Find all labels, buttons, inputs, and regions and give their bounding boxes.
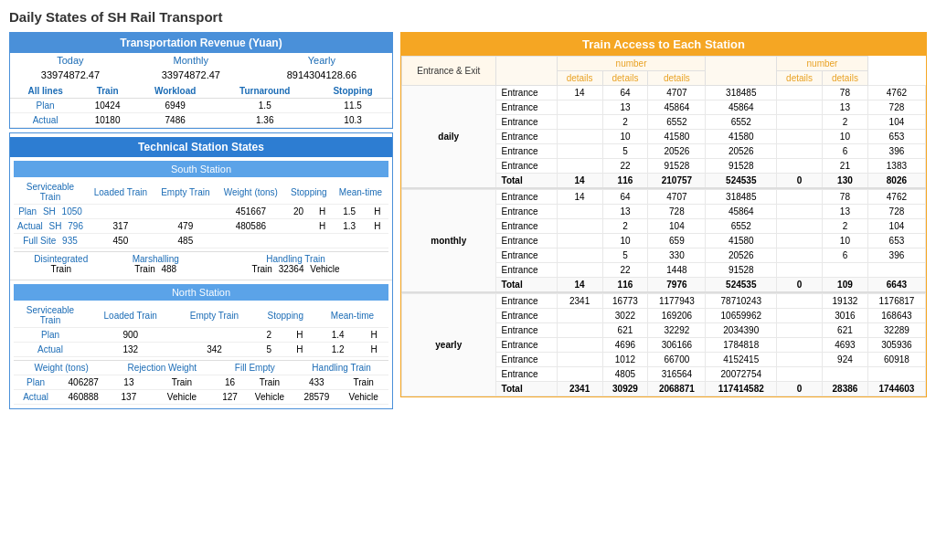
table-cell: 41580 (648, 130, 706, 144)
entrance-exit-type: Entrance (495, 294, 557, 309)
col-workload: Workload (134, 84, 216, 99)
north-actual-label: Actual (14, 343, 87, 357)
table-cell: 2 (602, 115, 648, 130)
table-cell: 169206 (648, 309, 706, 323)
north-actual-loaded: 132 (87, 343, 175, 357)
col-stopping: Stopping (314, 84, 392, 99)
actual-stopping: 10.3 (314, 113, 392, 128)
table-cell: 10659962 (706, 309, 777, 323)
table-cell (557, 159, 602, 174)
table-cell: 3022 (602, 309, 648, 323)
monthly-label: Monthly (131, 53, 251, 68)
table-cell: 318485 (706, 190, 777, 205)
north-station-section: North Station Serviceable Train Loaded T… (10, 280, 392, 408)
table-row: Plan SH 1050 451667 20 H 1.5 H (14, 205, 388, 219)
weight-actual-handling: 28579 (294, 390, 338, 405)
entrance-exit-type: Total (495, 382, 557, 396)
table-cell: 30929 (602, 382, 648, 396)
entrance-exit-type: Entrance (495, 309, 557, 323)
plan-stopping: 11.5 (314, 99, 392, 113)
table-cell (867, 263, 925, 278)
actual-turnaround: 1.36 (216, 113, 314, 128)
weight-plan-r-unit: Train (149, 375, 216, 390)
table-cell (867, 367, 925, 382)
table-cell (557, 263, 602, 278)
table-cell (777, 323, 823, 338)
table-cell: 4707 (648, 86, 706, 100)
marshalling-type: Train 488 (111, 264, 202, 274)
table-cell: 91528 (648, 159, 706, 174)
table-cell: 13 (602, 205, 648, 219)
table-cell: 6 (823, 144, 868, 159)
table-cell (557, 309, 602, 323)
north-actual-unit1: H (283, 343, 316, 357)
table-cell (777, 86, 823, 100)
table-cell (777, 159, 823, 174)
col-train: Train (80, 84, 134, 99)
table-cell: 659 (648, 234, 706, 248)
entrance-exit-type: Entrance (495, 234, 557, 248)
train-access-table: Entrance & Exit number number details de… (401, 56, 926, 396)
south-actual-meantime: 1.3 (333, 219, 367, 234)
table-cell: 6552 (706, 115, 777, 130)
table-row: Plan 406287 13 Train 16 Train 433 Train (14, 375, 388, 390)
south-station-header: South Station (14, 161, 388, 177)
table-cell: 14 (557, 174, 602, 189)
table-cell: 396 (867, 144, 925, 159)
number-group2: number (777, 57, 868, 71)
south-actual-label: Actual SH 796 (14, 219, 87, 234)
revenue-section: Transportation Revenue (Yuan) Today Mont… (9, 32, 393, 129)
weight-plan-label: Plan (14, 375, 58, 390)
table-cell: 1784818 (706, 338, 777, 353)
table-cell: 2 (602, 219, 648, 234)
period-label: monthly (402, 190, 496, 293)
entrance-exit-type: Entrance (495, 248, 557, 263)
table-cell: 4762 (867, 86, 925, 100)
revenue-period-table: Today Monthly Yearly 33974872.47 3397487… (10, 53, 392, 82)
table-cell: 14 (557, 190, 602, 205)
plan-train: 10424 (80, 99, 134, 113)
empty-train-header: Empty Train (154, 180, 217, 205)
table-cell (557, 115, 602, 130)
table-cell (777, 219, 823, 234)
fill-empty-header: Fill Empty (215, 361, 294, 375)
south-plan-weight: 451667 (217, 205, 285, 219)
table-cell: 728 (867, 100, 925, 115)
table-cell (777, 144, 823, 159)
today-value: 33974872.47 (10, 68, 131, 82)
handling-train-block: Handling Train Train 32364 Vehicle (203, 252, 388, 276)
table-cell: 6552 (706, 219, 777, 234)
table-cell: 104 (867, 115, 925, 130)
table-cell: 728 (648, 205, 706, 219)
table-cell: 4762 (867, 190, 925, 205)
table-cell: 10 (602, 234, 648, 248)
meantime-header: Mean-time (333, 180, 388, 205)
south-station-table: Serviceable Train Loaded Train Empty Tra… (14, 180, 388, 248)
table-cell (777, 353, 823, 367)
table-cell: 64 (602, 86, 648, 100)
table-cell: 45864 (706, 100, 777, 115)
south-plan-stopping: 20 (285, 205, 312, 219)
plan-turnaround: 1.5 (216, 99, 314, 113)
weight-actual-weight: 460888 (58, 390, 109, 405)
table-cell: 13 (823, 205, 868, 219)
table-cell: 41580 (706, 130, 777, 144)
table-cell (557, 130, 602, 144)
table-cell: 6643 (867, 278, 925, 293)
table-cell: 6552 (648, 115, 706, 130)
weight-header: Weight (tons) (217, 180, 285, 205)
table-cell (777, 367, 823, 382)
table-cell: 5 (602, 144, 648, 159)
table-cell: 0 (777, 174, 823, 189)
table-cell: 2 (823, 115, 868, 130)
table-cell: 14 (557, 278, 602, 293)
table-cell (557, 367, 602, 382)
south-actual-empty: 479 (154, 219, 217, 234)
table-cell: 14 (557, 86, 602, 100)
weight-plan-rejection: 13 (109, 375, 148, 390)
table-cell: 1012 (602, 353, 648, 367)
table-cell: 116 (602, 174, 648, 189)
south-plan-unit2: H (367, 205, 388, 219)
table-cell (557, 100, 602, 115)
table-cell: 1744603 (867, 382, 925, 396)
